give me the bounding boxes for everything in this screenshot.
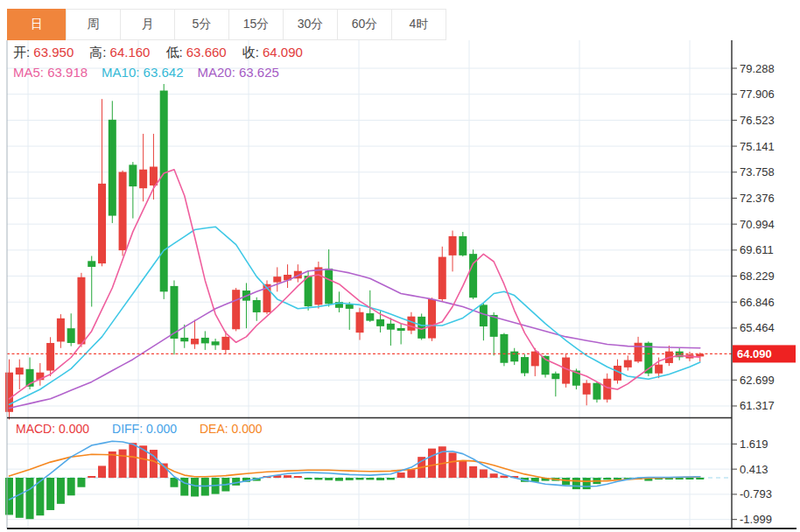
candle-body: [603, 379, 611, 400]
macd-hist-bar: [314, 478, 322, 480]
macd-hist-bar: [366, 478, 374, 480]
candle-body: [356, 312, 364, 332]
candle-body: [232, 290, 240, 329]
macd-axis-label: 1.619: [740, 438, 768, 451]
macd-hist-bar: [129, 443, 137, 478]
tab-timeframe-7[interactable]: 4时: [391, 9, 446, 40]
ma10-line: [10, 227, 700, 404]
candle-body: [139, 170, 147, 188]
price-axis-label: 79.288: [740, 62, 775, 75]
ma-legend: MA5: 63.918MA10: 63.642MA20: 63.625: [13, 65, 279, 80]
macd-hist-bar: [88, 476, 95, 478]
candle-body: [387, 324, 395, 330]
price-axis-label: 73.758: [740, 165, 775, 178]
tab-timeframe-3[interactable]: 5分: [174, 9, 229, 40]
candle-body: [325, 269, 333, 304]
candle-body: [77, 277, 85, 345]
candle-body: [180, 338, 188, 341]
candle-body: [346, 304, 354, 309]
ohlc-item-3: 收: 64.090: [242, 45, 303, 61]
price-axis-label: 70.994: [740, 218, 775, 231]
ma-item-2: MA20: 63.625: [197, 65, 278, 80]
tab-timeframe-0[interactable]: 日: [7, 9, 67, 40]
macd-hist-bar: [407, 469, 415, 478]
ma-item-1: MA10: 63.642: [102, 65, 183, 80]
candle-body: [273, 276, 281, 282]
ma-item-0: MA5: 63.918: [13, 65, 88, 80]
macd-hist-bar: [346, 478, 354, 480]
candle-body: [5, 373, 13, 412]
macd-hist-bar: [449, 452, 457, 478]
macd-hist-bar: [16, 478, 24, 518]
candle-body: [562, 358, 570, 384]
macd-item-0: MACD: 0.000: [16, 422, 89, 436]
candle-body: [221, 337, 229, 350]
macd-hist-bar: [57, 478, 65, 504]
macd-hist-bar: [284, 475, 291, 478]
macd-hist-bar: [77, 478, 85, 487]
macd-hist-bar: [305, 478, 312, 480]
candle-body: [500, 334, 508, 363]
macd-hist-bar: [98, 466, 106, 478]
candle-body: [635, 343, 642, 361]
ohlc-legend: 开: 63.950高: 64.160低: 63.660收: 64.090: [13, 45, 303, 61]
candle-body: [129, 164, 137, 186]
macd-item-1: DIFF: 0.000: [112, 422, 177, 436]
macd-hist-bar: [180, 478, 188, 496]
candle-body: [109, 120, 116, 216]
macd-hist-bar: [376, 478, 384, 480]
candle-body: [593, 383, 600, 400]
price-axis-label: 77.906: [740, 88, 775, 101]
tab-timeframe-2[interactable]: 月: [120, 9, 175, 40]
candle-body: [314, 267, 322, 304]
candle-body: [366, 313, 374, 321]
candle-body: [150, 167, 158, 186]
macd-hist-bar: [26, 478, 34, 519]
candle-body: [655, 365, 663, 374]
candle-body: [305, 276, 312, 306]
macd-hist-bar: [490, 473, 498, 478]
candle-body: [57, 318, 65, 342]
macd-axis-label: 0.413: [740, 463, 768, 476]
macd-axis-label: -0.793: [740, 487, 772, 500]
macd-hist-bar: [469, 466, 477, 478]
macd-hist-bar: [428, 449, 436, 478]
price-axis-label: 68.229: [740, 270, 775, 283]
macd-hist-bar: [480, 469, 488, 478]
price-axis-label: 69.611: [740, 243, 774, 256]
macd-hist-bar: [191, 478, 199, 496]
candle-body: [191, 339, 199, 344]
price-axis-label: 61.317: [740, 399, 775, 412]
candle-body: [201, 338, 209, 343]
macd-hist-bar: [562, 478, 570, 485]
ohlc-item-1: 高: 64.160: [89, 45, 150, 61]
tab-timeframe-4[interactable]: 15分: [228, 9, 284, 40]
ohlc-item-0: 开: 63.950: [13, 45, 74, 61]
candle-body: [98, 184, 106, 263]
candle-body: [212, 341, 220, 345]
candle-body: [449, 236, 457, 256]
tab-timeframe-5[interactable]: 30分: [283, 9, 338, 40]
macd-hist-bar: [119, 450, 127, 478]
ohlc-item-2: 低: 63.660: [165, 45, 226, 61]
kline-chart-app: 日周月5分15分30分60分4时 开: 63.950高: 64.160低: 63…: [0, 0, 800, 532]
candle-body: [67, 328, 75, 343]
timeframe-tabbar: 日周月5分15分30分60分4时: [7, 9, 446, 40]
macd-hist-bar: [397, 472, 405, 478]
chart-plot-area[interactable]: 79.28877.90676.52375.14173.75872.37670.9…: [0, 0, 800, 532]
macd-hist-bar: [583, 478, 591, 489]
macd-hist-bar: [685, 478, 693, 480]
tab-timeframe-6[interactable]: 60分: [337, 9, 392, 40]
macd-hist-bar: [67, 478, 75, 495]
macd-axis-label: -1.999: [740, 513, 772, 526]
macd-item-2: DEA: 0.000: [200, 422, 263, 436]
candle-body: [253, 300, 261, 312]
candle-body: [459, 236, 467, 256]
macd-hist-bar: [325, 478, 333, 480]
macd-hist-bar: [5, 478, 13, 514]
macd-hist-bar: [294, 476, 302, 478]
candle-body: [428, 299, 436, 339]
candle-body: [397, 328, 405, 331]
tab-timeframe-1[interactable]: 周: [66, 9, 121, 40]
macd-hist-bar: [356, 478, 364, 480]
